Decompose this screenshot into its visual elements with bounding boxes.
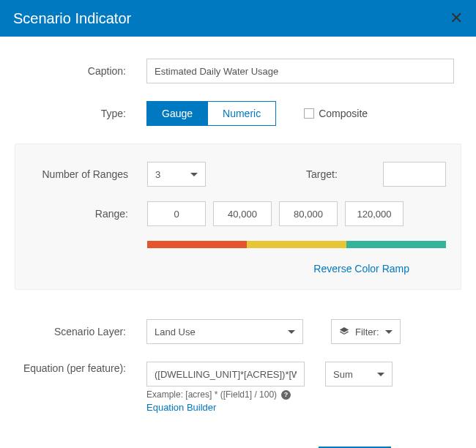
- target-input[interactable]: [383, 162, 446, 187]
- scenario-layer-value: Land Use: [155, 326, 196, 337]
- equation-hint: Example: [acres] * ([Field1] / 100) ?: [146, 389, 291, 400]
- num-ranges-select[interactable]: 3: [147, 162, 206, 187]
- num-ranges-value: 3: [155, 169, 160, 180]
- reverse-ramp-link[interactable]: Reverse Color Ramp: [313, 263, 409, 275]
- range-input-2[interactable]: [279, 201, 338, 226]
- caption-input[interactable]: [146, 59, 454, 83]
- type-row: Type: Gauge Numeric Composite: [15, 101, 461, 126]
- range-label: Range:: [30, 208, 147, 220]
- checkbox-icon: [304, 108, 314, 119]
- equation-hint-text: Example: [acres] * ([Field1] / 100): [146, 389, 277, 400]
- scenario-indicator-dialog: Scenario Indicator ✕ Caption: Type: Gaug…: [0, 0, 476, 448]
- range-input-3[interactable]: [345, 201, 404, 226]
- aggregation-select[interactable]: Sum: [325, 362, 393, 387]
- type-numeric-button[interactable]: Numeric: [207, 101, 276, 126]
- caption-row: Caption:: [15, 59, 461, 83]
- aggregation-value: Sum: [333, 369, 353, 380]
- equation-label: Equation (per feature):: [15, 362, 146, 375]
- type-label: Type:: [15, 108, 146, 119]
- target-label: Target:: [306, 168, 383, 180]
- scenario-layer-row: Scenario Layer: Land Use Filter:: [15, 319, 461, 344]
- dialog-header: Scenario Indicator ✕: [0, 0, 476, 37]
- ramp-segment-yellow: [247, 241, 346, 248]
- ramp-segment-red: [147, 241, 247, 248]
- reverse-ramp-row: Reverse Color Ramp: [30, 263, 446, 275]
- filter-label: Filter:: [355, 326, 379, 337]
- composite-checkbox[interactable]: Composite: [304, 108, 368, 119]
- num-ranges-label: Number of Ranges: [30, 168, 147, 180]
- caption-label: Caption:: [15, 65, 146, 77]
- chevron-down-icon: [377, 373, 384, 376]
- type-gauge-button[interactable]: Gauge: [146, 101, 207, 126]
- equation-row: Equation (per feature): Sum Example: [ac…: [15, 362, 461, 413]
- chevron-down-icon: [385, 330, 393, 334]
- type-toggle-group: Gauge Numeric: [146, 101, 276, 126]
- dialog-title: Scenario Indicator: [13, 10, 131, 27]
- range-input-1[interactable]: [213, 201, 272, 226]
- help-icon[interactable]: ?: [281, 390, 291, 400]
- equation-input[interactable]: [146, 362, 305, 387]
- scenario-layer-select[interactable]: Land Use: [146, 319, 303, 344]
- equation-builder-link[interactable]: Equation Builder: [146, 402, 216, 413]
- num-ranges-row: Number of Ranges 3 Target:: [30, 162, 446, 187]
- ramp-segment-green: [346, 241, 446, 248]
- layers-icon: [339, 326, 349, 337]
- color-ramp: [147, 241, 446, 248]
- dialog-footer: CREATE CANCEL: [0, 432, 476, 448]
- chevron-down-icon: [288, 330, 295, 334]
- scenario-layer-label: Scenario Layer:: [15, 326, 146, 337]
- chevron-down-icon: [190, 173, 198, 176]
- dialog-body: Caption: Type: Gauge Numeric Composite N…: [0, 37, 476, 432]
- close-icon[interactable]: ✕: [450, 10, 463, 26]
- ranges-panel: Number of Ranges 3 Target: Range:: [15, 143, 461, 290]
- filter-button[interactable]: Filter:: [331, 319, 401, 344]
- range-input-0[interactable]: [147, 201, 206, 226]
- range-values-row: Range:: [30, 201, 446, 226]
- composite-label: Composite: [319, 108, 368, 119]
